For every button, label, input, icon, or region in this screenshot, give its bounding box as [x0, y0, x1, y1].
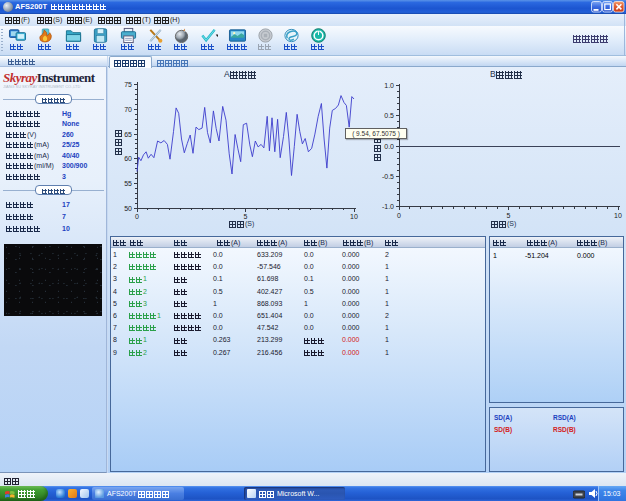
svg-text:10: 10 — [350, 213, 358, 220]
svg-text:60: 60 — [124, 155, 132, 162]
svg-text:0: 0 — [397, 212, 401, 219]
svg-text:0: 0 — [135, 213, 139, 220]
svg-text:5: 5 — [244, 213, 248, 220]
svg-text:70: 70 — [124, 106, 132, 113]
svg-text:50: 50 — [124, 205, 132, 212]
svg-text:0.5: 0.5 — [384, 112, 394, 119]
svg-text:-0.5: -0.5 — [382, 173, 394, 180]
svg-text:55: 55 — [124, 180, 132, 187]
svg-text:10: 10 — [614, 212, 622, 219]
svg-text:75: 75 — [124, 81, 132, 88]
svg-text:5: 5 — [507, 212, 511, 219]
svg-text:0.0: 0.0 — [384, 143, 394, 150]
svg-text:1.0: 1.0 — [384, 82, 394, 89]
svg-text:65: 65 — [124, 131, 132, 138]
svg-text:-1.0: -1.0 — [382, 203, 394, 210]
